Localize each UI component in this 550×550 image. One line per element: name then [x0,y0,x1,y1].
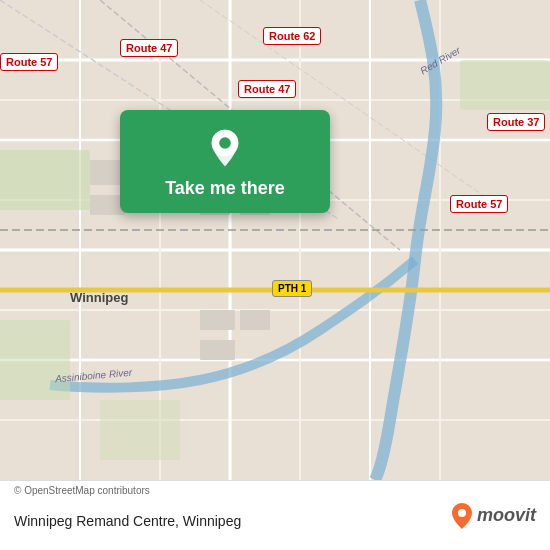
svg-rect-20 [100,400,180,460]
moovit-brand-text: moovit [477,505,536,526]
moovit-logo: moovit [451,502,536,530]
location-info: Winnipeg Remand Centre, Winnipeg [14,513,241,529]
svg-point-35 [219,137,231,149]
location-pin-icon [205,128,245,168]
location-name: Winnipeg Remand Centre, Winnipeg [14,513,241,529]
popup-card[interactable]: Take me there [120,110,330,213]
city-label: Winnipeg [70,290,128,305]
route-badge-r47b: Route 47 [238,80,296,98]
route-badge-r47a: Route 47 [120,39,178,57]
svg-rect-19 [0,320,70,400]
take-me-there-button[interactable]: Take me there [165,178,285,199]
svg-point-36 [458,509,466,517]
map-background [0,0,550,480]
svg-rect-29 [200,310,235,330]
moovit-pin-icon [451,502,473,530]
route-badge-r57a: Route 57 [0,53,58,71]
map-container: Winnipeg Red River Assiniboine River Rou… [0,0,550,480]
svg-rect-18 [0,150,90,210]
route-badge-r57c: Route 57 [450,195,508,213]
route-badge-r37: Route 37 [487,113,545,131]
svg-rect-31 [200,340,235,360]
svg-rect-21 [460,60,550,110]
svg-rect-30 [240,310,270,330]
pth-badge: PTH 1 [272,280,312,297]
route-badge-r62: Route 62 [263,27,321,45]
bottom-bar: © OpenStreetMap contributors Winnipeg Re… [0,480,550,550]
attribution-text: © OpenStreetMap contributors [14,485,150,496]
